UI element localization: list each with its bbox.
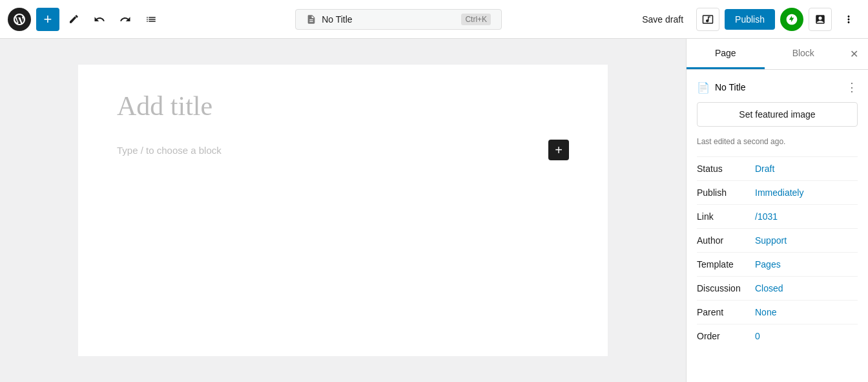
- template-label: Template: [697, 259, 755, 270]
- meta-row-author: Author Support: [697, 228, 858, 252]
- doc-more-button[interactable]: ⋮: [846, 80, 858, 94]
- editor-content: Add title Type / to choose a block +: [78, 65, 608, 356]
- sidebar-close-button[interactable]: ✕: [842, 43, 865, 66]
- wordpress-logo[interactable]: [8, 8, 31, 31]
- doc-sidebar-icon: 📄: [697, 81, 710, 94]
- save-draft-button[interactable]: Save draft: [634, 10, 691, 28]
- template-value[interactable]: Pages: [755, 259, 781, 270]
- main-area: Add title Type / to choose a block + Pag…: [0, 39, 868, 382]
- toolbar-left: +: [8, 8, 163, 31]
- more-options-button[interactable]: [837, 8, 860, 31]
- meta-row-template: Template Pages: [697, 252, 858, 276]
- parent-value[interactable]: None: [755, 307, 776, 317]
- meta-row-discussion: Discussion Closed: [697, 276, 858, 300]
- doc-title-text: No Title: [322, 14, 352, 25]
- tab-block[interactable]: Block: [765, 39, 843, 69]
- more-icon: [843, 14, 854, 25]
- meta-row-status: Status Draft: [697, 156, 858, 180]
- doc-title-shortcut: Ctrl+K: [461, 14, 491, 25]
- author-label: Author: [697, 235, 755, 246]
- preview-icon: [702, 14, 714, 25]
- list-view-button[interactable]: [140, 8, 163, 31]
- add-block-toolbar-button[interactable]: +: [36, 8, 59, 31]
- publish-label: Publish: [697, 187, 755, 198]
- jetpack-icon: [785, 13, 798, 26]
- editor-area[interactable]: Add title Type / to choose a block +: [0, 39, 686, 382]
- pencil-icon: [68, 14, 79, 25]
- link-value[interactable]: /1031: [755, 211, 778, 222]
- meta-row-link: Link /1031: [697, 204, 858, 228]
- status-value[interactable]: Draft: [755, 164, 774, 174]
- status-label: Status: [697, 164, 755, 174]
- add-block-button[interactable]: +: [548, 140, 569, 160]
- settings-icon: [814, 14, 826, 25]
- meta-row-parent: Parent None: [697, 300, 858, 324]
- jetpack-button[interactable]: [780, 8, 803, 31]
- toolbar-right: Save draft Publish: [634, 8, 860, 31]
- discussion-value[interactable]: Closed: [755, 283, 783, 293]
- toolbar: + No Title Ctrl+K Save draft Publish: [0, 0, 868, 39]
- order-value: 0: [755, 331, 760, 341]
- last-edited-text: Last edited a second ago.: [697, 137, 858, 146]
- parent-label: Parent: [697, 307, 755, 317]
- edit-mode-button[interactable]: [62, 8, 85, 31]
- sidebar-header: Page Block ✕: [687, 39, 868, 70]
- wp-logo-icon: [13, 13, 26, 26]
- order-label: Order: [697, 331, 755, 341]
- link-label: Link: [697, 211, 755, 222]
- document-icon: [306, 14, 316, 25]
- doc-title-left: No Title: [306, 14, 352, 25]
- undo-icon: [94, 14, 105, 25]
- doc-info-row: 📄 No Title ⋮: [697, 80, 858, 94]
- block-placeholder-text[interactable]: Type / to choose a block: [117, 145, 222, 156]
- author-value[interactable]: Support: [755, 235, 787, 246]
- publish-value[interactable]: Immediately: [755, 187, 803, 198]
- set-featured-image-button[interactable]: Set featured image: [697, 102, 858, 127]
- list-view-icon: [145, 14, 157, 25]
- doc-sidebar-name: No Title: [715, 82, 841, 92]
- undo-button[interactable]: [88, 8, 111, 31]
- sidebar: Page Block ✕ 📄 No Title ⋮ Set featured i…: [686, 39, 868, 382]
- block-placeholder-row: Type / to choose a block +: [117, 137, 569, 163]
- document-title-button[interactable]: No Title Ctrl+K: [295, 9, 502, 30]
- redo-button[interactable]: [114, 8, 137, 31]
- meta-row-publish: Publish Immediately: [697, 180, 858, 204]
- title-placeholder[interactable]: Add title: [117, 90, 569, 122]
- discussion-label: Discussion: [697, 283, 755, 293]
- meta-row-order: Order 0: [697, 324, 858, 348]
- tab-page[interactable]: Page: [687, 39, 765, 69]
- preview-button[interactable]: [696, 8, 719, 31]
- settings-button[interactable]: [809, 8, 832, 31]
- sidebar-body: 📄 No Title ⋮ Set featured image Last edi…: [687, 70, 868, 382]
- redo-icon: [119, 14, 131, 25]
- publish-button[interactable]: Publish: [725, 9, 775, 30]
- toolbar-center: No Title Ctrl+K: [165, 9, 632, 30]
